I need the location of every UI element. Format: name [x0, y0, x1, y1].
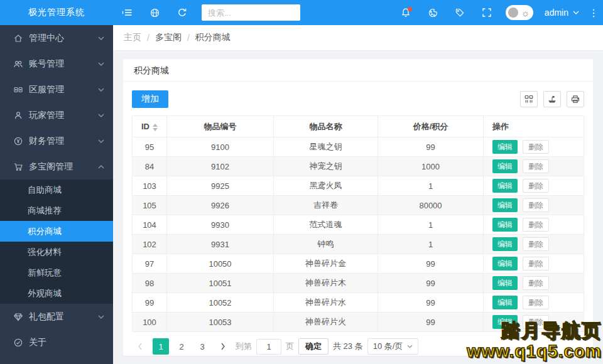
- cell-actions: 编辑删除: [484, 235, 584, 254]
- topbar-right: ☼ admin ⋮: [393, 0, 603, 25]
- sidebar-subitem-enhance-material[interactable]: 强化材料: [0, 242, 113, 262]
- cell-actions: 编辑删除: [484, 215, 584, 235]
- delete-button[interactable]: 删除: [523, 198, 549, 212]
- delete-button[interactable]: 删除: [523, 140, 549, 154]
- check-circle-icon: [13, 338, 23, 348]
- sidebar-subitem-mall-recommend[interactable]: 商城推荐: [0, 200, 113, 221]
- cell-actions: 编辑删除: [484, 254, 584, 274]
- breadcrumb-treasure[interactable]: 多宝阁: [155, 32, 182, 43]
- header-actions: 操作: [484, 116, 584, 137]
- delete-button[interactable]: 删除: [523, 179, 549, 193]
- prev-page-icon[interactable]: [132, 338, 148, 355]
- sidebar-subitem-new-items[interactable]: 新鲜玩意: [0, 262, 113, 283]
- filter-columns-button[interactable]: [520, 91, 538, 107]
- cell-actions: 编辑删除: [484, 176, 584, 196]
- cell-name: 范式道魂: [274, 215, 378, 235]
- chevron-down-icon: [98, 315, 104, 319]
- page-button-1[interactable]: 1: [153, 338, 169, 355]
- export-button[interactable]: [543, 91, 561, 107]
- sidebar-item-servers[interactable]: 区服管理: [0, 77, 113, 102]
- sidebar: 极光管理系统 管理中心 账号管理 区服管理 玩家: [0, 0, 113, 364]
- sidebar-item-about[interactable]: 关于: [0, 329, 113, 355]
- cell-price: 99: [378, 274, 484, 293]
- edit-button[interactable]: 编辑: [492, 237, 518, 251]
- page-size-select[interactable]: 10 条/页: [367, 338, 419, 355]
- cell-code: 10050: [167, 254, 274, 274]
- cell-name: 神宠之钥: [274, 157, 378, 176]
- more-options-icon[interactable]: ⋮: [584, 7, 603, 19]
- search-input[interactable]: [202, 4, 300, 21]
- app-window: 极光管理系统 管理中心 账号管理 区服管理 玩家: [0, 0, 603, 364]
- sidebar-item-finance[interactable]: 财务管理: [0, 128, 113, 154]
- sidebar-subitem-points-mall[interactable]: 积分商城: [0, 221, 113, 242]
- tag-icon[interactable]: [447, 0, 474, 25]
- cell-code: 10052: [167, 293, 274, 313]
- breadcrumb-home[interactable]: 主页: [124, 32, 141, 43]
- print-button[interactable]: [567, 91, 584, 107]
- user-menu[interactable]: admin: [545, 8, 579, 18]
- theme-palette-icon[interactable]: [420, 0, 447, 25]
- cell-name: 吉祥卷: [274, 196, 378, 215]
- sidebar-item-treasure[interactable]: 多宝阁管理: [0, 154, 113, 179]
- cell-id: 84: [133, 157, 167, 176]
- cell-actions: 编辑删除: [484, 274, 584, 293]
- page-button-2[interactable]: 2: [173, 338, 190, 355]
- dark-mode-toggle[interactable]: ☼: [506, 5, 533, 20]
- delete-button[interactable]: 删除: [523, 276, 549, 290]
- table-row: 84 9102 神宠之钥 1000 编辑删除: [133, 157, 584, 176]
- edit-button[interactable]: 编辑: [492, 218, 518, 232]
- sidebar-item-accounts[interactable]: 账号管理: [0, 51, 113, 77]
- sidebar-item-admin-center[interactable]: 管理中心: [0, 25, 113, 51]
- pagination: 1 2 3 到第 页 确定 共 23 条 10 条/页: [132, 332, 584, 355]
- cell-actions: 编辑删除: [484, 157, 584, 176]
- edit-button[interactable]: 编辑: [492, 257, 518, 270]
- edit-button[interactable]: 编辑: [492, 198, 518, 212]
- chevron-down-icon: [98, 62, 104, 66]
- next-page-icon[interactable]: [215, 338, 231, 355]
- refresh-icon[interactable]: [168, 0, 196, 25]
- header-id[interactable]: ID: [133, 116, 167, 137]
- sun-icon: ☼: [521, 8, 530, 18]
- cell-actions: 编辑删除: [484, 196, 584, 215]
- delete-button[interactable]: 删除: [523, 296, 549, 309]
- cell-name: 神兽碎片木: [274, 274, 378, 293]
- sidebar-subitem-appearance-mall[interactable]: 外观商城: [0, 283, 113, 304]
- collapse-menu-icon[interactable]: [113, 0, 141, 25]
- table-row: 103 9925 黑鸢火凤 1 编辑删除: [133, 176, 584, 196]
- delete-button[interactable]: 删除: [523, 237, 549, 251]
- sidebar-item-players[interactable]: 玩家管理: [0, 102, 113, 128]
- goto-page-input[interactable]: [256, 339, 281, 355]
- delete-button[interactable]: 删除: [523, 218, 549, 232]
- sidebar-subitem-self-mall[interactable]: 自助商城: [0, 179, 113, 200]
- confirm-button[interactable]: 确定: [298, 338, 329, 355]
- cell-id: 104: [133, 215, 167, 235]
- edit-button[interactable]: 编辑: [492, 140, 518, 154]
- finance-yuan-icon: [13, 136, 23, 146]
- sidebar-item-label: 多宝阁管理: [29, 161, 98, 173]
- edit-button[interactable]: 编辑: [492, 179, 518, 193]
- fullscreen-icon[interactable]: [474, 0, 501, 25]
- cell-actions: 编辑删除: [484, 137, 584, 157]
- table-row: 98 10051 神兽碎片木 99 编辑删除: [133, 274, 584, 293]
- chevron-down-icon: [573, 11, 579, 14]
- edit-button[interactable]: 编辑: [492, 296, 518, 309]
- page-button-3[interactable]: 3: [194, 338, 210, 355]
- sort-icon[interactable]: [153, 124, 158, 131]
- add-button[interactable]: 增加: [132, 90, 168, 108]
- edit-button[interactable]: 编辑: [492, 159, 518, 173]
- cell-id: 97: [133, 254, 167, 274]
- toggle-knob: [508, 8, 518, 18]
- app-title: 极光管理系统: [0, 0, 113, 25]
- edit-button[interactable]: 编辑: [492, 276, 518, 290]
- sidebar-item-label: 账号管理: [29, 58, 98, 70]
- sidebar-item-gift-config[interactable]: 礼包配置: [0, 304, 113, 329]
- cell-price: 99: [378, 313, 484, 332]
- globe-icon[interactable]: [141, 0, 168, 25]
- delete-button[interactable]: 删除: [523, 159, 549, 173]
- gem-icon: [13, 312, 23, 322]
- delete-button[interactable]: 删除: [523, 315, 549, 329]
- notification-bell-icon[interactable]: [393, 0, 420, 25]
- delete-button[interactable]: 删除: [523, 257, 549, 270]
- cell-code: 9930: [167, 215, 274, 235]
- edit-button[interactable]: 编辑: [492, 315, 518, 329]
